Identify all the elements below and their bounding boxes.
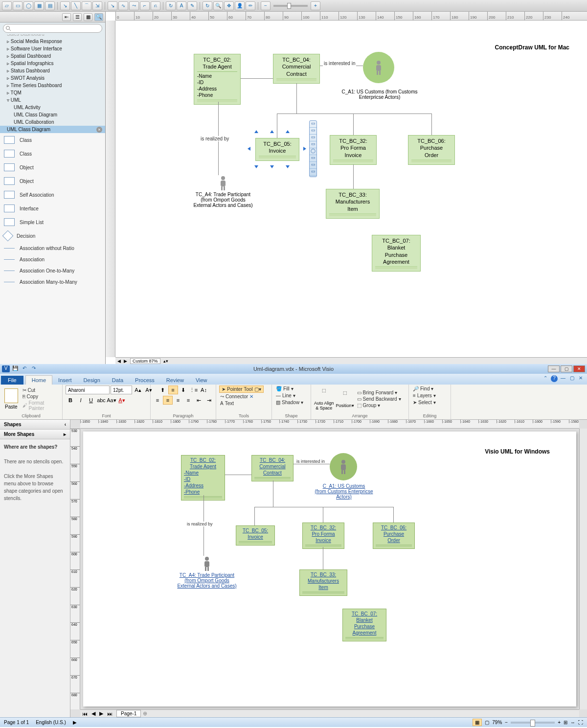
scroll-left-icon[interactable]: ◀ — [117, 359, 121, 364]
send-backward-button[interactable]: ▭ Send Backward ▾ — [356, 396, 402, 402]
shape-class[interactable]: Class — [0, 147, 105, 160]
uml-class-box[interactable]: TC_BC_02: Trade Agent -Name -ID -Address… — [194, 54, 241, 105]
connector[interactable] — [273, 480, 273, 507]
selection-handle[interactable] — [246, 147, 250, 151]
connector[interactable] — [254, 507, 255, 525]
doc-restore-icon[interactable]: ▢ — [568, 375, 575, 382]
connector[interactable] — [353, 164, 354, 189]
tab-review[interactable]: Review — [160, 376, 190, 385]
connector[interactable] — [323, 547, 323, 569]
shape-class[interactable]: Class — [0, 133, 105, 147]
fullscreen-icon[interactable]: ⛶ — [578, 720, 583, 725]
list-view-icon[interactable]: ☰ — [73, 13, 82, 21]
align-left-icon[interactable]: ≡ — [153, 396, 162, 405]
view-mode-normal-icon[interactable]: ▦ — [473, 719, 482, 726]
tree-item[interactable]: UML Class Diagram — [0, 111, 105, 118]
strike-button[interactable]: abc — [96, 396, 106, 405]
cut-button[interactable]: ✂ Cut — [22, 387, 59, 393]
connector[interactable] — [353, 114, 354, 135]
group-button[interactable]: ⬚ Group ▾ — [356, 402, 402, 409]
pointer-tool-button[interactable]: ➤ Pointer Tool ▢▾ — [219, 386, 264, 393]
collapse-icon[interactable]: ‹ — [65, 422, 66, 427]
uml-class-box[interactable]: TC_BC_02: Trade Agent -Name -ID -Address… — [181, 455, 225, 500]
uml-class-box[interactable]: TC_BC_32: Pro Forma Invoice — [330, 135, 377, 165]
uml-class-box[interactable]: TC_BC_07: Blanket Purchase Agreement — [372, 235, 421, 272]
page-nav-first-icon[interactable]: ⏮ — [80, 711, 90, 717]
quick-shape-toolbar[interactable]: ▭▭▭▭◯▭▭▭ — [309, 120, 317, 177]
line-tool-icon[interactable]: ╲ — [71, 1, 81, 10]
uml-class-box[interactable]: TC_BC_04: Commercial Contract — [273, 54, 320, 84]
actor-trade-participant[interactable]: TC_A4: Trade Participant (from Omport Go… — [175, 556, 239, 589]
save-icon[interactable]: 💾 — [11, 365, 19, 372]
fit-page-icon[interactable]: ⊞ — [564, 720, 567, 725]
search-mode-icon[interactable]: 🔍 — [94, 13, 103, 21]
zoom-slider[interactable] — [511, 722, 555, 724]
page-tab[interactable]: Page-1 — [116, 710, 141, 717]
shape-association-1m[interactable]: Association One-to-Many — [0, 265, 105, 276]
selection-handle[interactable] — [270, 128, 274, 133]
tree-item[interactable]: ▹ Spatial Infographics — [0, 60, 105, 67]
tree-item[interactable]: ▿ UML — [0, 96, 105, 104]
connector[interactable] — [277, 114, 277, 138]
shape-interface[interactable]: Interface — [0, 202, 105, 215]
shape-association-mm[interactable]: Association Many-to-Many — [0, 276, 105, 288]
select-button[interactable]: ➤ Select ▾ — [412, 399, 437, 406]
pan-tool-icon[interactable]: ✥ — [224, 1, 234, 10]
layers-button[interactable]: ≡ Layers ▾ — [412, 392, 437, 399]
selection-handle[interactable] — [286, 128, 290, 133]
close-button[interactable]: ✕ — [573, 365, 585, 372]
link-tool-icon[interactable]: ⎌ — [151, 1, 160, 10]
shape-simple-list[interactable]: Simple List — [0, 215, 105, 229]
indent-dec-icon[interactable]: ⇤ — [194, 396, 203, 405]
elbow-tool-icon[interactable]: ⌐ — [140, 1, 150, 10]
connector-tool-icon[interactable]: ↘ — [60, 1, 70, 10]
zoom-out-icon[interactable]: − — [505, 720, 508, 725]
connector[interactable] — [254, 507, 393, 507]
tab-home[interactable]: Home — [25, 375, 52, 385]
shape-object[interactable]: Object — [0, 160, 105, 174]
tree-item[interactable]: ▹ TQM — [0, 89, 105, 96]
ellipse-tool-icon[interactable]: ◯ — [23, 1, 33, 10]
undo-icon[interactable]: ↶ — [21, 365, 28, 372]
tree-item-selected[interactable]: UML Class Diagram× — [0, 126, 105, 133]
zoom-stepper-icon[interactable]: ▴▾ — [163, 359, 168, 364]
tree-item[interactable]: Sales Dashboard — [0, 34, 105, 38]
align-center-icon[interactable]: ≡ — [163, 396, 173, 405]
export-tool-icon[interactable]: ⇲ — [92, 1, 102, 10]
bullets-icon[interactable]: ⋮≡ — [189, 386, 199, 394]
zoom-out-icon[interactable]: − — [261, 1, 271, 10]
shape-self-association[interactable]: Self Association — [0, 188, 105, 202]
uml-class-box[interactable]: TC_BC_33: Manufacturers Item — [299, 569, 347, 596]
connector[interactable] — [393, 507, 394, 523]
zoom-in-icon[interactable]: + — [558, 720, 561, 725]
rotate-tool-icon[interactable]: ↻ — [166, 1, 176, 10]
justify-icon[interactable]: ≡ — [183, 396, 193, 405]
redo-icon[interactable]: ↷ — [30, 365, 38, 372]
minimize-ribbon-icon[interactable]: ⌃ — [542, 375, 549, 382]
scroll-right-icon[interactable]: ▶ — [124, 359, 127, 364]
selection-handle[interactable] — [286, 165, 290, 170]
actor-circle[interactable] — [363, 52, 394, 83]
underline-button[interactable]: U — [86, 396, 96, 405]
uml-class-box[interactable]: TC_BC_04: Commercial Contract — [251, 455, 294, 481]
connector[interactable] — [294, 464, 330, 464]
uml-class-box[interactable]: TC_BC_05: Invoice — [236, 525, 275, 546]
uml-class-box[interactable]: TC_BC_06: Purchase Order — [373, 523, 415, 549]
macro-icon[interactable]: ▶ — [73, 720, 77, 725]
selection-handle[interactable] — [254, 165, 258, 170]
maximize-button[interactable]: ▢ — [561, 365, 572, 372]
paste-button[interactable]: Paste — [3, 388, 20, 410]
page-nav-last-icon[interactable]: ⏭ — [105, 711, 114, 717]
shapes-panel-header[interactable]: Shapes‹ — [0, 420, 70, 430]
zoom-display[interactable]: Custom 87% — [130, 358, 160, 364]
connector[interactable] — [277, 114, 431, 114]
visio-drawing-canvas[interactable]: Visio UML for Windows TC_BC_02: Trade Ag… — [83, 432, 576, 706]
align-right-icon[interactable]: ≡ — [173, 396, 183, 405]
align-bottom-icon[interactable]: ⬇ — [179, 386, 188, 394]
smart-tool-icon[interactable]: ⤳ — [129, 1, 139, 10]
language-status[interactable]: English (U.S.) — [36, 720, 66, 725]
collapse-icon[interactable]: ⇤ — [62, 13, 71, 21]
zoom-tool-icon[interactable]: 🔍 — [213, 1, 223, 10]
tree-item[interactable]: ▹ Spatial Dashboard — [0, 52, 105, 60]
zoom-in-icon[interactable]: + — [311, 1, 320, 10]
